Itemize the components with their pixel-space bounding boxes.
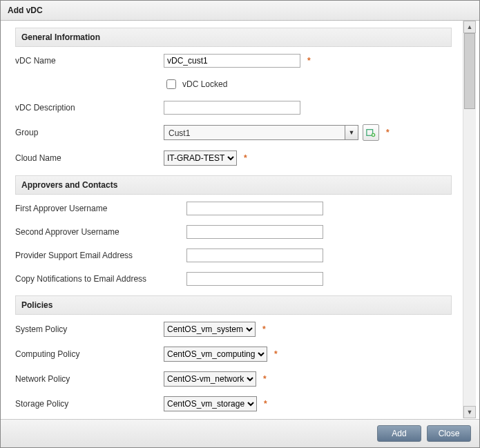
- second-approver-input[interactable]: [186, 225, 323, 239]
- vertical-scrollbar[interactable]: ▲ ▼: [463, 21, 476, 418]
- vdc-locked-checkbox[interactable]: [166, 79, 176, 89]
- storage-policy-select[interactable]: CentOS_vm_storage: [164, 396, 257, 411]
- add-vdc-dialog: Add vDC General Information vDC Name * v…: [0, 0, 480, 448]
- cloud-name-label: Cloud Name: [15, 153, 164, 163]
- add-group-button[interactable]: [363, 124, 379, 141]
- row-first-approver: First Approver Username: [15, 202, 452, 215]
- vdc-description-label: vDC Description: [15, 103, 164, 113]
- second-approver-label: Second Approver Username: [15, 227, 186, 237]
- vdc-name-label: vDC Name: [15, 56, 164, 66]
- copy-notifications-label: Copy Notifications to Email Address: [15, 274, 186, 284]
- group-label: Group: [15, 128, 164, 137]
- copy-notifications-input[interactable]: [186, 272, 323, 286]
- row-group: Group Cust1 ▼ *: [15, 124, 452, 141]
- required-mark: *: [264, 399, 267, 409]
- first-approver-input[interactable]: [186, 202, 323, 215]
- close-button[interactable]: Close: [427, 425, 471, 442]
- required-mark: *: [386, 128, 390, 137]
- required-mark: *: [274, 349, 278, 359]
- row-system-policy: System Policy CentOS_vm_system *: [15, 322, 452, 337]
- vdc-name-input[interactable]: [164, 54, 300, 68]
- row-provider-email: Provider Support Email Address: [15, 249, 452, 262]
- vdc-description-input[interactable]: [164, 101, 300, 115]
- provider-email-input[interactable]: [186, 249, 323, 262]
- required-mark: *: [263, 374, 267, 384]
- computing-policy-label: Computing Policy: [15, 349, 164, 359]
- chevron-down-icon[interactable]: ▼: [345, 125, 358, 140]
- add-button[interactable]: Add: [377, 425, 421, 442]
- dialog-footer: Add Close: [1, 419, 479, 447]
- section-general: General Information: [15, 28, 452, 47]
- row-vdc-name: vDC Name *: [15, 54, 452, 68]
- scrollbar-thumb[interactable]: [464, 33, 475, 109]
- system-policy-label: System Policy: [15, 324, 164, 334]
- dialog-body: General Information vDC Name * vDC Locke…: [4, 21, 476, 418]
- computing-policy-select[interactable]: CentOS_vm_computing: [164, 347, 267, 362]
- scroll-up-icon[interactable]: ▲: [463, 21, 476, 33]
- add-group-icon: [366, 128, 376, 137]
- row-storage-policy: Storage Policy CentOS_vm_storage *: [15, 396, 452, 411]
- storage-policy-label: Storage Policy: [15, 399, 164, 409]
- row-network-policy: Network Policy CentOS-vm_network *: [15, 371, 452, 387]
- section-approvers: Approvers and Contacts: [15, 175, 452, 195]
- group-combobox[interactable]: Cust1 ▼: [164, 125, 358, 140]
- required-mark: *: [262, 324, 266, 334]
- section-policies: Policies: [15, 295, 452, 315]
- first-approver-label: First Approver Username: [15, 204, 186, 213]
- row-computing-policy: Computing Policy CentOS_vm_computing *: [15, 347, 452, 362]
- row-vdc-description: vDC Description: [15, 101, 452, 115]
- row-second-approver: Second Approver Username: [15, 225, 452, 239]
- row-copy-notifications: Copy Notifications to Email Address: [15, 272, 452, 286]
- provider-email-label: Provider Support Email Address: [15, 251, 186, 260]
- network-policy-select[interactable]: CentOS-vm_network: [164, 371, 256, 387]
- required-mark: *: [307, 56, 311, 66]
- dialog-title: Add vDC: [1, 1, 479, 21]
- scroll-down-icon[interactable]: ▼: [463, 406, 476, 418]
- required-mark: *: [244, 153, 247, 163]
- vdc-locked-label: vDC Locked: [182, 79, 227, 89]
- form-scroll-area: General Information vDC Name * vDC Locke…: [4, 21, 463, 418]
- group-value: Cust1: [164, 125, 345, 140]
- row-vdc-locked: vDC Locked: [15, 77, 452, 91]
- system-policy-select[interactable]: CentOS_vm_system: [164, 322, 256, 337]
- row-cloud-name: Cloud Name IT-GRAD-TEST *: [15, 150, 452, 166]
- cloud-name-select[interactable]: IT-GRAD-TEST: [164, 150, 237, 166]
- network-policy-label: Network Policy: [15, 374, 164, 384]
